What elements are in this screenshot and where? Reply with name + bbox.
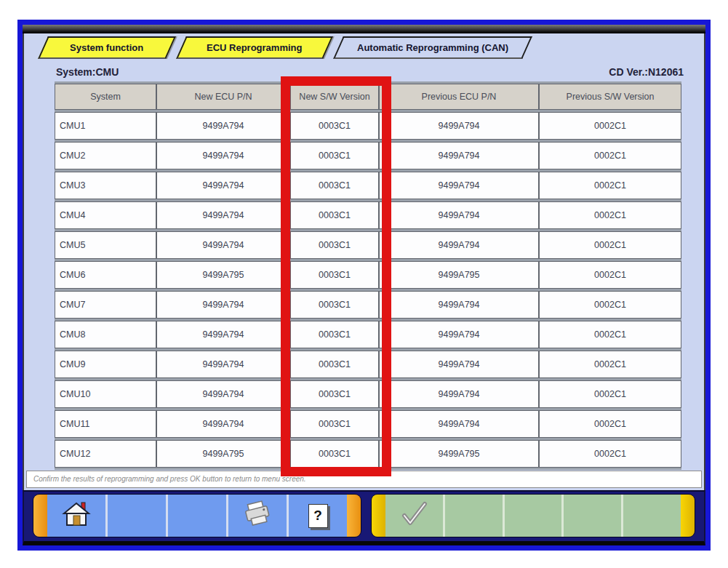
table-cell: 0002C1	[539, 410, 681, 438]
subheader: System:CMU CD Ver.:N12061	[56, 66, 684, 78]
table-cell: 0003C1	[290, 410, 379, 438]
table-body: CMU19499A7940003C19499A7940002C1CMU29499…	[55, 112, 681, 468]
table-row: CMU69499A7950003C19499A7950002C1	[55, 261, 681, 289]
table-column-header: Previous ECU P/N	[379, 84, 539, 110]
table-cell: CMU7	[55, 291, 156, 319]
left-toolbar-cap-right	[347, 495, 361, 537]
table-cell: 9499A794	[379, 172, 539, 199]
table-cell: 9499A795	[156, 261, 290, 289]
ok-button[interactable]	[385, 495, 443, 537]
table-cell: 0002C1	[539, 261, 681, 289]
table-column-header: System	[55, 84, 156, 110]
table-cell: CMU8	[55, 321, 156, 348]
screenshot-root: { "tabs": [ {"label": "System function"}…	[0, 0, 728, 568]
table-cell: 9499A794	[156, 172, 290, 199]
check-icon	[397, 500, 431, 532]
table-cell: 9499A795	[156, 440, 290, 468]
table-cell: 9499A794	[156, 410, 290, 438]
status-text: Confirm the results of reprogramming and…	[33, 475, 306, 483]
table-cell: CMU5	[55, 231, 156, 259]
table-cell: 0003C1	[290, 291, 379, 319]
right-toolbar-cells	[385, 495, 681, 537]
table-row: CMU19499A7940003C19499A7940002C1	[55, 112, 681, 140]
table-cell: 9499A794	[379, 380, 539, 408]
window-top-band	[23, 25, 705, 33]
table-cell: 9499A794	[156, 291, 290, 319]
table-cell: 9499A794	[156, 231, 290, 259]
table-cell: 9499A794	[156, 142, 290, 169]
cd-version-label: CD Ver.:N12061	[609, 66, 684, 78]
table-cell: 9499A794	[156, 351, 290, 378]
table-cell: 0002C1	[539, 112, 681, 140]
home-button[interactable]	[47, 495, 105, 537]
table-cell: 0002C1	[539, 380, 681, 408]
table-cell: 0002C1	[539, 321, 681, 348]
right-toolbar-cap-right	[681, 495, 695, 537]
table-column-header: New ECU P/N	[156, 84, 290, 110]
table-cell: 0003C1	[290, 261, 379, 289]
table-cell: 0002C1	[539, 231, 681, 259]
toolbar-blank-button-2[interactable]	[166, 495, 226, 537]
table-cell: 0002C1	[539, 351, 681, 378]
main-content: System function ECU Reprogramming Automa…	[23, 33, 705, 490]
table-row: CMU89499A7940003C19499A7940002C1	[55, 321, 681, 348]
table-cell: CMU2	[55, 142, 156, 169]
table-header-row: SystemNew ECU P/NNew S/W VersionPrevious…	[55, 84, 681, 110]
tab-label: Automatic Reprogramming (CAN)	[350, 42, 516, 53]
table-row: CMU59499A7940003C19499A7940002C1	[55, 231, 681, 259]
help-button[interactable]: ?	[287, 495, 347, 537]
table-cell: CMU1	[55, 112, 156, 140]
right-toolbar-blank-button-3[interactable]	[561, 495, 621, 537]
table-cell: 0002C1	[539, 440, 681, 468]
table-cell: 9499A794	[379, 291, 539, 319]
status-bar: Confirm the results of reprogramming and…	[26, 471, 702, 488]
table-cell: 9499A794	[379, 321, 539, 348]
table-cell: 9499A794	[379, 410, 539, 438]
table-cell: CMU10	[55, 380, 156, 408]
table-cell: 9499A794	[156, 112, 290, 140]
table-cell: 0002C1	[539, 291, 681, 319]
table-row: CMU119499A7940003C19499A7940002C1	[55, 410, 681, 438]
table-cell: 0003C1	[290, 380, 379, 408]
toolbar-blank-button-1[interactable]	[105, 495, 166, 537]
table-cell: 9499A794	[379, 351, 539, 378]
table-cell: CMU6	[55, 261, 156, 289]
window-frame: System function ECU Reprogramming Automa…	[17, 20, 711, 551]
table-cell: 9499A795	[379, 440, 539, 468]
right-toolbar	[371, 494, 695, 537]
right-toolbar-cap-left	[372, 495, 385, 537]
help-glyph: ?	[313, 508, 322, 524]
table-cell: 0003C1	[290, 112, 379, 140]
tab-ecu-reprogramming[interactable]: ECU Reprogramming	[176, 36, 333, 59]
table-cell: 9499A794	[379, 142, 539, 169]
home-icon	[62, 501, 91, 530]
toolbar-strip: ?	[23, 490, 705, 545]
table-cell: 9499A794	[379, 201, 539, 229]
left-toolbar-cap-left	[33, 495, 47, 537]
print-button[interactable]	[226, 495, 287, 537]
table-cell: 0002C1	[539, 142, 681, 169]
tab-automatic-reprogramming-can[interactable]: Automatic Reprogramming (CAN)	[333, 36, 532, 59]
tab-bar: System function ECU Reprogramming Automa…	[43, 36, 704, 59]
table-row: CMU39499A7940003C19499A7940002C1	[55, 172, 681, 199]
table-row: CMU129499A7950003C19499A7950002C1	[55, 440, 681, 468]
right-toolbar-blank-button-2[interactable]	[503, 495, 562, 537]
printer-icon	[242, 500, 273, 531]
table-cell: 0003C1	[290, 231, 379, 259]
table-cell: CMU11	[55, 410, 156, 438]
table-cell: 0002C1	[539, 172, 681, 199]
table-cell: 9499A794	[156, 321, 290, 348]
table-cell: 0002C1	[539, 201, 681, 229]
table-cell: 9499A794	[156, 201, 290, 229]
table-cell: 9499A794	[379, 112, 539, 140]
table-cell: 0003C1	[290, 440, 379, 468]
table-cell: 0003C1	[290, 321, 379, 348]
table-cell: 9499A794	[156, 380, 290, 408]
help-icon: ?	[308, 504, 328, 528]
table-cell: 9499A795	[379, 261, 539, 289]
right-toolbar-blank-button-1[interactable]	[443, 495, 503, 537]
right-toolbar-blank-button-4[interactable]	[621, 495, 681, 537]
table-cell: 0003C1	[290, 142, 379, 169]
tab-system-function[interactable]: System function	[38, 36, 176, 59]
table-cell: CMU3	[55, 172, 156, 199]
